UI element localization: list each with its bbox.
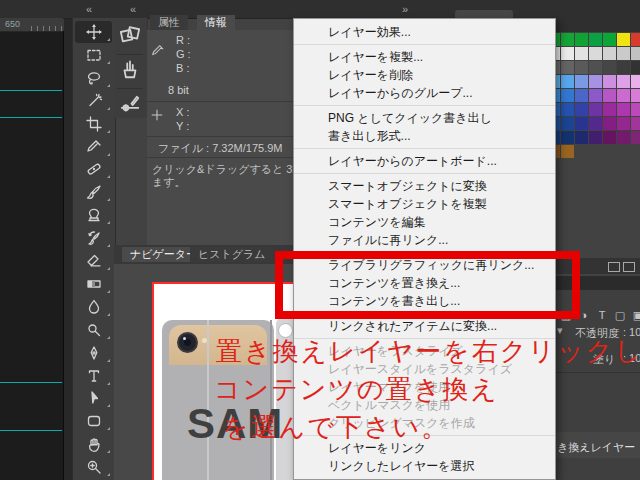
color-swatch[interactable] bbox=[631, 61, 640, 74]
history-brush-tool[interactable] bbox=[75, 227, 112, 249]
color-swatch[interactable] bbox=[575, 131, 588, 144]
context-menu-item[interactable]: コンテンツを編集 bbox=[294, 213, 555, 231]
color-swatch[interactable] bbox=[589, 61, 602, 74]
color-swatch[interactable] bbox=[603, 89, 616, 102]
color-swatch[interactable] bbox=[575, 47, 588, 60]
eraser-tool[interactable] bbox=[75, 250, 112, 272]
layer-name[interactable]: き換えレイヤー bbox=[557, 440, 635, 455]
color-swatch[interactable] bbox=[631, 33, 640, 46]
materials-panel-icon[interactable] bbox=[119, 24, 141, 46]
color-swatch[interactable] bbox=[603, 75, 616, 88]
color-swatch[interactable] bbox=[589, 117, 602, 130]
context-menu-item[interactable]: レイヤーからのアートボード... bbox=[294, 152, 555, 170]
shape-tool[interactable] bbox=[75, 410, 112, 432]
color-swatch[interactable] bbox=[617, 61, 630, 74]
clone-stamp-tool[interactable] bbox=[75, 204, 112, 226]
tab-properties[interactable]: 属性 bbox=[150, 15, 188, 30]
expand-panels-icon[interactable]: » bbox=[402, 1, 408, 17]
context-menu-item[interactable]: スマートオブジェクトを複製 bbox=[294, 195, 555, 213]
color-swatch[interactable] bbox=[575, 89, 588, 102]
color-swatch[interactable] bbox=[603, 33, 616, 46]
color-swatch[interactable] bbox=[603, 61, 616, 74]
color-swatch[interactable] bbox=[603, 117, 616, 130]
color-swatch[interactable] bbox=[603, 131, 616, 144]
context-menu-item[interactable]: PNG としてクイック書き出し bbox=[294, 109, 555, 127]
collapse-dock-icon[interactable]: « bbox=[130, 1, 136, 17]
color-swatch[interactable] bbox=[561, 145, 574, 158]
color-swatch[interactable] bbox=[617, 89, 630, 102]
color-swatch[interactable] bbox=[617, 103, 630, 116]
color-swatch[interactable] bbox=[631, 89, 640, 102]
color-swatch[interactable] bbox=[589, 131, 602, 144]
quick-selection-tool[interactable] bbox=[75, 90, 112, 112]
color-swatch[interactable] bbox=[617, 75, 630, 88]
color-swatch[interactable] bbox=[589, 47, 602, 60]
collapse-toolbar-icon[interactable]: « bbox=[86, 1, 92, 17]
type-tool[interactable] bbox=[75, 365, 112, 387]
color-swatch[interactable] bbox=[561, 33, 574, 46]
color-swatch[interactable] bbox=[617, 117, 630, 130]
zoom-tool[interactable] bbox=[75, 456, 112, 478]
move-tool[interactable] bbox=[75, 21, 112, 43]
context-menu-item[interactable]: 書き出し形式... bbox=[294, 127, 555, 145]
color-swatch[interactable] bbox=[561, 47, 574, 60]
gradient-tool[interactable] bbox=[75, 273, 112, 295]
color-swatch[interactable] bbox=[603, 103, 616, 116]
type-filter-icon[interactable]: T bbox=[594, 308, 610, 322]
marquee-tool[interactable] bbox=[75, 44, 112, 66]
tool-presets-panel-icon[interactable] bbox=[119, 92, 141, 114]
hand-tool[interactable] bbox=[75, 433, 112, 455]
color-swatch[interactable] bbox=[617, 131, 630, 144]
color-swatch[interactable] bbox=[631, 75, 640, 88]
brushes-panel-icon[interactable] bbox=[119, 58, 141, 80]
color-swatch[interactable] bbox=[575, 61, 588, 74]
color-swatch[interactable] bbox=[617, 47, 630, 60]
shape-filter-icon[interactable]: ▢ bbox=[612, 308, 628, 322]
context-menu-item[interactable]: レイヤーを複製... bbox=[294, 48, 555, 66]
context-menu-item[interactable]: リンクされたアイテムに変換... bbox=[294, 317, 555, 335]
context-menu-item[interactable]: スマートオブジェクトに変換 bbox=[294, 177, 555, 195]
color-swatch[interactable] bbox=[575, 33, 588, 46]
new-swatch-icon[interactable] bbox=[608, 262, 620, 272]
color-swatch[interactable] bbox=[561, 103, 574, 116]
context-menu-item[interactable]: ファイルに再リンク... bbox=[294, 231, 555, 249]
lasso-tool[interactable] bbox=[75, 67, 112, 89]
eyedropper-tool[interactable] bbox=[75, 136, 112, 158]
dodge-tool[interactable] bbox=[75, 319, 112, 341]
color-swatch[interactable] bbox=[589, 89, 602, 102]
color-swatch[interactable] bbox=[631, 47, 640, 60]
guide-line bbox=[0, 90, 62, 91]
document-canvas[interactable] bbox=[0, 31, 64, 480]
context-menu-item[interactable]: レイヤーを削除 bbox=[294, 66, 555, 84]
color-swatch[interactable] bbox=[617, 33, 630, 46]
blur-tool[interactable] bbox=[75, 296, 112, 318]
tab-info[interactable]: 情報 bbox=[197, 15, 235, 30]
color-swatch[interactable] bbox=[575, 117, 588, 130]
tab-histogram[interactable]: ヒストグラム bbox=[190, 247, 274, 262]
color-swatch[interactable] bbox=[561, 61, 574, 74]
color-swatch[interactable] bbox=[575, 75, 588, 88]
color-swatch[interactable] bbox=[575, 103, 588, 116]
color-swatch[interactable] bbox=[631, 117, 640, 130]
color-swatch[interactable] bbox=[603, 47, 616, 60]
color-swatch[interactable] bbox=[589, 103, 602, 116]
folder-icon[interactable] bbox=[623, 262, 635, 272]
context-menu-item[interactable]: レイヤーからのグループ... bbox=[294, 84, 555, 102]
color-swatch[interactable] bbox=[561, 131, 574, 144]
color-swatch[interactable] bbox=[561, 117, 574, 130]
color-swatch[interactable] bbox=[631, 103, 640, 116]
color-swatch[interactable] bbox=[561, 75, 574, 88]
color-swatch[interactable] bbox=[589, 75, 602, 88]
healing-brush-tool[interactable] bbox=[75, 158, 112, 180]
pen-tool[interactable] bbox=[75, 342, 112, 364]
color-swatch[interactable] bbox=[589, 33, 602, 46]
brush-tool[interactable] bbox=[75, 181, 112, 203]
context-menu-item[interactable]: リンクしたレイヤーを選択 bbox=[294, 457, 555, 475]
color-swatch[interactable] bbox=[561, 89, 574, 102]
tool-hint-line2: ます。 bbox=[152, 175, 186, 190]
context-menu-item[interactable]: レイヤー効果... bbox=[294, 23, 555, 41]
smart-filter-icon[interactable]: ▣ bbox=[630, 308, 640, 322]
path-selection-tool[interactable] bbox=[75, 387, 112, 409]
crop-tool[interactable] bbox=[75, 113, 112, 135]
color-swatch[interactable] bbox=[631, 131, 640, 144]
